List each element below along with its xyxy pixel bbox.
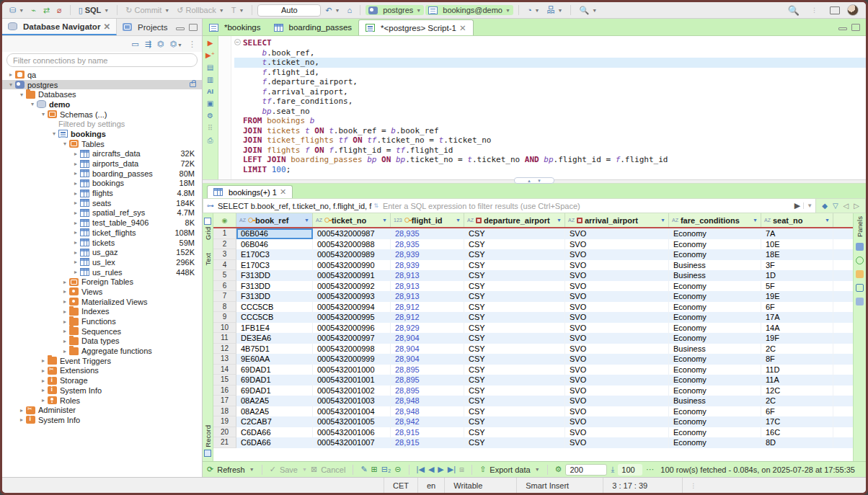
grid-cell[interactable]: 28,929 bbox=[391, 323, 464, 334]
fetch-settings-gear-icon[interactable]: ⚙ bbox=[555, 465, 562, 474]
tree-item-ticket-flights[interactable]: ▸ticket_flights108M bbox=[2, 228, 202, 238]
chevron-right-icon[interactable]: ▸ bbox=[39, 357, 48, 364]
chevron-right-icon[interactable]: ▸ bbox=[17, 416, 26, 423]
chevron-right-icon[interactable]: ▸ bbox=[39, 378, 48, 384]
grid-cell[interactable]: Economy bbox=[669, 333, 761, 344]
add-row-icon[interactable]: ⊞ bbox=[371, 465, 378, 474]
column-dropdown-icon[interactable]: ▼ bbox=[660, 218, 665, 223]
chevron-right-icon[interactable]: ▸ bbox=[71, 151, 80, 157]
grid-cell[interactable]: 28,895 bbox=[391, 365, 464, 375]
perspective-button[interactable] bbox=[827, 6, 843, 15]
row-number[interactable]: 7 bbox=[213, 291, 236, 302]
grid-cell[interactable]: SVO bbox=[565, 427, 669, 438]
new-connection-button[interactable]: ⛁▼ bbox=[6, 6, 27, 15]
chevron-right-icon[interactable]: ▸ bbox=[39, 397, 48, 403]
script-log-icon[interactable]: ▥ bbox=[207, 76, 213, 84]
grid-cell[interactable]: Economy bbox=[669, 291, 761, 302]
chevron-right-icon[interactable]: ▸ bbox=[61, 298, 69, 305]
grid-cell[interactable]: 17A bbox=[761, 312, 833, 323]
grid-cell[interactable]: 17C bbox=[761, 416, 833, 427]
grid-cell[interactable]: Economy bbox=[669, 427, 761, 438]
tree-item-qa[interactable]: ▸qa bbox=[2, 70, 202, 80]
grid-cell[interactable]: 0005432000989 bbox=[313, 249, 391, 260]
grid-cell[interactable]: 28,904 bbox=[391, 333, 464, 344]
grid-cell[interactable]: Business bbox=[669, 270, 761, 281]
database-selector[interactable]: bookings@demo▼ bbox=[425, 5, 513, 15]
connect-tree-button[interactable]: ⏣ bbox=[157, 40, 164, 49]
maximize-icon[interactable] bbox=[851, 24, 860, 31]
erase-filter-icon[interactable]: ◆ bbox=[822, 202, 828, 210]
grid-cell[interactable]: SVO bbox=[565, 333, 669, 344]
grid-cell[interactable]: 18E bbox=[761, 249, 833, 260]
grid-cell[interactable]: SVO bbox=[565, 260, 669, 271]
select-all-corner[interactable]: ◉ bbox=[213, 213, 236, 227]
code-line[interactable]: −SELECT bbox=[234, 38, 866, 48]
grid-cell[interactable]: SVO bbox=[565, 323, 669, 334]
grid-cell[interactable]: SVO bbox=[565, 302, 669, 313]
table-row[interactable]: 1569DAD1000543200100128,895CSYSVOEconomy… bbox=[213, 375, 853, 385]
refresh-icon[interactable]: ⟳ bbox=[207, 465, 213, 474]
grid-cell[interactable]: 1D bbox=[761, 270, 833, 281]
grid-cell[interactable]: SVO bbox=[565, 354, 669, 365]
fold-icon[interactable]: − bbox=[234, 39, 241, 45]
view-menu-button[interactable]: ⋮ bbox=[188, 40, 196, 49]
maximize-icon[interactable] bbox=[189, 24, 198, 31]
table-row[interactable]: 1669DAD1000543200100228,895CSYSVOEconomy… bbox=[213, 385, 853, 396]
connection-selector[interactable]: postgres▼ bbox=[366, 5, 424, 15]
grid-cell[interactable]: CSY bbox=[464, 249, 565, 260]
collapse-up-icon[interactable]: ▲ bbox=[527, 179, 531, 183]
grid-cell[interactable]: 28,942 bbox=[391, 416, 464, 427]
refresh-button[interactable]: Refresh bbox=[217, 465, 245, 474]
grid-cell[interactable]: 06B046 bbox=[236, 239, 313, 250]
results-grid[interactable]: ◉AZbook_ref▼AZticket_no▼123flight_id▼AZd… bbox=[213, 213, 853, 461]
tab-boarding-passes[interactable]: boarding_passes bbox=[267, 19, 359, 35]
grid-cell[interactable]: CSY bbox=[464, 281, 565, 292]
grid-cell[interactable]: Economy bbox=[669, 228, 761, 239]
transaction-log-button[interactable]: ↶▼ bbox=[322, 6, 342, 15]
grid-cell[interactable]: 69DAD1 bbox=[236, 385, 313, 396]
chevron-right-icon[interactable]: ▸ bbox=[71, 229, 80, 236]
table-row[interactable]: 7F313DD000543200099328,913CSYSVOEconomy1… bbox=[213, 291, 853, 302]
row-number[interactable]: 3 bbox=[213, 249, 236, 260]
grid-cell[interactable]: CSY bbox=[464, 333, 565, 344]
grid-cell[interactable]: 0005432000997 bbox=[313, 333, 391, 344]
tree-item-tables[interactable]: ▾Tables bbox=[2, 139, 202, 149]
timezone-indicator[interactable]: CET bbox=[384, 478, 418, 493]
apply-filter-icon[interactable]: ▶ bbox=[792, 201, 803, 210]
grid-cell[interactable]: 0005432000995 bbox=[313, 312, 391, 323]
grid-cell[interactable]: SVO bbox=[565, 228, 669, 239]
column-header-book_ref[interactable]: AZbook_ref▼ bbox=[236, 213, 313, 227]
tree-item-aircrafts-data[interactable]: ▸aircrafts_data32K bbox=[2, 149, 202, 159]
grid-cell[interactable]: Economy bbox=[669, 354, 761, 365]
grid-cell[interactable]: CSY bbox=[464, 344, 565, 354]
table-row[interactable]: 4E170C3000543200099028,939CSYSVOBusiness… bbox=[213, 260, 853, 271]
row-number[interactable]: 6 bbox=[213, 281, 236, 292]
tree-item-databases[interactable]: ▾Databases bbox=[2, 89, 202, 99]
grid-cell[interactable]: 69DAD1 bbox=[236, 365, 313, 375]
minimize-icon[interactable] bbox=[838, 27, 847, 30]
chevron-right-icon[interactable]: ▸ bbox=[6, 71, 15, 78]
chevron-right-icon[interactable]: ▸ bbox=[61, 288, 69, 295]
grid-cell[interactable]: 8F bbox=[761, 354, 833, 365]
chevron-right-icon[interactable]: ▸ bbox=[61, 338, 69, 344]
grid-cell[interactable]: 28,913 bbox=[391, 281, 464, 292]
column-dropdown-icon[interactable]: ▼ bbox=[557, 218, 562, 223]
grid-cell[interactable]: SVO bbox=[565, 270, 669, 281]
commit-button[interactable]: ↻Commit▼ bbox=[123, 5, 172, 15]
execute-script-icon[interactable]: ▶⁺ bbox=[205, 51, 215, 59]
chevron-right-icon[interactable]: ▸ bbox=[71, 170, 80, 177]
tree-item-views[interactable]: ▸Views bbox=[2, 287, 202, 297]
grid-cell[interactable]: F313DD bbox=[236, 291, 313, 302]
chevron-down-icon[interactable]: ▾ bbox=[39, 111, 48, 117]
grid-cell[interactable]: 11A bbox=[761, 375, 833, 385]
grid-cell[interactable]: 28,935 bbox=[391, 239, 464, 250]
account-button[interactable] bbox=[844, 4, 862, 17]
grid-cell[interactable]: CSY bbox=[464, 375, 565, 385]
tree-item-administer[interactable]: ▸Administer bbox=[2, 405, 202, 415]
more-info-icon[interactable]: ⋯ bbox=[646, 465, 654, 474]
filter-query-text[interactable]: SELECT b.book_ref, t.ticket_no, f.flight… bbox=[218, 202, 371, 210]
grid-cell[interactable]: 0005432000999 bbox=[313, 354, 391, 365]
caret-position-indicator[interactable]: 3 : 17 : 39 bbox=[603, 478, 683, 493]
tree-item-aggregate-functions[interactable]: ▸Aggregate functions bbox=[2, 346, 202, 356]
grid-cell[interactable]: C6DA66 bbox=[236, 427, 313, 438]
